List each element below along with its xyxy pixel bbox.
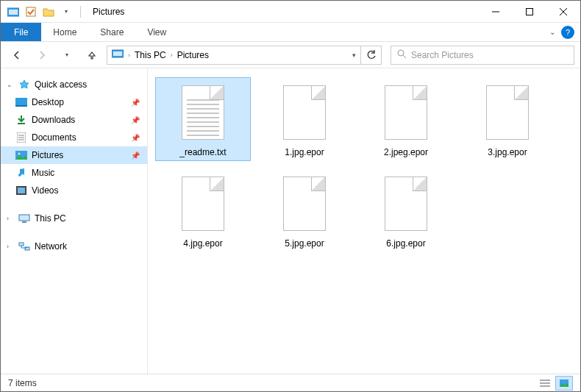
ribbon-tabs: File Home Share View ⌄ ?: [1, 23, 580, 42]
documents-icon: [15, 132, 27, 143]
pictures-icon: [15, 149, 27, 161]
svg-rect-8: [113, 51, 122, 56]
pin-icon: 📌: [131, 116, 140, 124]
desktop-icon: [15, 96, 27, 108]
recent-locations-dropdown[interactable]: ▾: [57, 45, 77, 65]
pin-icon: 📌: [131, 152, 140, 160]
nav-videos[interactable]: Videos: [1, 182, 147, 199]
maximize-button[interactable]: [513, 1, 546, 23]
app-icon[interactable]: [5, 4, 21, 20]
body-area: ⌄ Quick access Desktop 📌 Downloads 📌 Doc…: [1, 68, 580, 374]
nav-pictures[interactable]: Pictures 📌: [1, 146, 147, 164]
pin-icon: 📌: [131, 134, 140, 142]
file-name: 1.jpg.epor: [285, 147, 324, 157]
nav-documents[interactable]: Documents 📌: [1, 129, 147, 146]
blank-file-icon: [177, 172, 229, 235]
address-bar[interactable]: › This PC › Pictures ▾: [107, 46, 361, 65]
nav-label: Desktop: [32, 97, 64, 107]
text-file-icon: [177, 81, 229, 144]
breadcrumb-this-pc[interactable]: This PC: [135, 50, 166, 60]
nav-label: Music: [32, 168, 54, 178]
address-dropdown-icon[interactable]: ▾: [352, 51, 356, 59]
qat-properties-button[interactable]: [23, 4, 39, 20]
status-bar: 7 items: [1, 374, 580, 391]
navigation-bar: ▾ › This PC › Pictures ▾ Search Pictures: [1, 42, 580, 68]
close-button[interactable]: [546, 1, 580, 23]
chevron-right-icon: ›: [171, 51, 173, 59]
forward-button[interactable]: [32, 45, 52, 65]
nav-desktop[interactable]: Desktop 📌: [1, 93, 147, 111]
nav-label: Network: [35, 241, 67, 252]
svg-point-18: [18, 153, 21, 155]
qat-customize-dropdown[interactable]: ▾: [58, 4, 74, 20]
tab-share[interactable]: Share: [88, 23, 135, 41]
blank-file-icon: [380, 81, 432, 144]
svg-rect-4: [527, 8, 533, 15]
quick-access-toolbar: ▾ Pictures: [1, 4, 124, 20]
svg-rect-1: [9, 10, 18, 15]
videos-icon: [15, 185, 27, 196]
tab-view[interactable]: View: [135, 23, 178, 41]
file-name: _readme.txt: [179, 147, 226, 157]
tab-home[interactable]: Home: [41, 23, 88, 41]
file-list[interactable]: _readme.txt1.jpg.epor2.jpeg.epor3.jpg.ep…: [148, 68, 580, 374]
large-icons-view-button[interactable]: [555, 376, 573, 391]
breadcrumb-pictures[interactable]: Pictures: [177, 50, 209, 60]
window-title: Pictures: [93, 7, 124, 17]
nav-downloads[interactable]: Downloads 📌: [1, 111, 147, 129]
pin-icon: 📌: [131, 99, 140, 107]
file-item[interactable]: 2.jpeg.epor: [358, 77, 454, 161]
nav-quick-access[interactable]: ⌄ Quick access: [1, 76, 147, 93]
file-name: 5.jpg.epor: [285, 238, 324, 249]
minimize-button[interactable]: [479, 1, 513, 23]
nav-this-pc[interactable]: › This PC: [1, 210, 147, 227]
svg-line-10: [403, 55, 406, 58]
nav-label: Documents: [32, 132, 76, 143]
ribbon-expand-icon[interactable]: ⌄: [549, 28, 555, 36]
nav-label: This PC: [35, 213, 66, 224]
details-view-button[interactable]: [536, 376, 554, 391]
window-controls: [479, 1, 580, 23]
svg-rect-22: [22, 221, 26, 223]
this-pc-icon: [18, 213, 30, 224]
item-count: 7 items: [8, 378, 37, 388]
up-button[interactable]: [82, 45, 102, 65]
search-input[interactable]: Search Pictures: [391, 46, 574, 65]
address-icon: [112, 49, 124, 60]
chevron-right-icon: ›: [7, 215, 14, 222]
svg-rect-21: [19, 215, 29, 221]
file-name: 6.jpg.epor: [386, 238, 425, 249]
downloads-icon: [15, 114, 27, 126]
search-placeholder: Search Pictures: [411, 50, 474, 60]
file-item[interactable]: 3.jpg.epor: [460, 77, 555, 161]
blank-file-icon: [482, 81, 533, 144]
nav-network[interactable]: › Network: [1, 238, 147, 255]
nav-label: Quick access: [35, 79, 87, 90]
file-item[interactable]: 4.jpg.epor: [155, 168, 251, 252]
nav-music[interactable]: Music: [1, 164, 147, 182]
svg-rect-11: [15, 98, 27, 105]
title-bar: ▾ Pictures: [1, 1, 580, 23]
svg-point-9: [398, 50, 404, 56]
back-button[interactable]: [7, 45, 27, 65]
svg-rect-23: [19, 243, 24, 246]
blank-file-icon: [380, 172, 432, 235]
svg-rect-12: [15, 105, 27, 107]
star-icon: [18, 79, 30, 90]
qat-new-folder-button[interactable]: [40, 4, 57, 20]
file-item[interactable]: 5.jpg.epor: [257, 168, 352, 252]
file-item[interactable]: 6.jpg.epor: [358, 168, 454, 252]
svg-rect-2: [26, 7, 35, 16]
help-button[interactable]: ?: [561, 26, 574, 39]
svg-rect-20: [18, 188, 25, 193]
titlebar-divider: [80, 6, 81, 18]
file-item[interactable]: _readme.txt: [155, 77, 251, 161]
chevron-right-icon: ›: [7, 243, 14, 250]
file-tab[interactable]: File: [1, 23, 41, 41]
file-item[interactable]: 1.jpg.epor: [257, 77, 352, 161]
blank-file-icon: [279, 172, 330, 235]
refresh-button[interactable]: [361, 46, 382, 65]
music-icon: [15, 167, 27, 179]
network-icon: [18, 240, 30, 252]
search-icon: [397, 49, 407, 61]
